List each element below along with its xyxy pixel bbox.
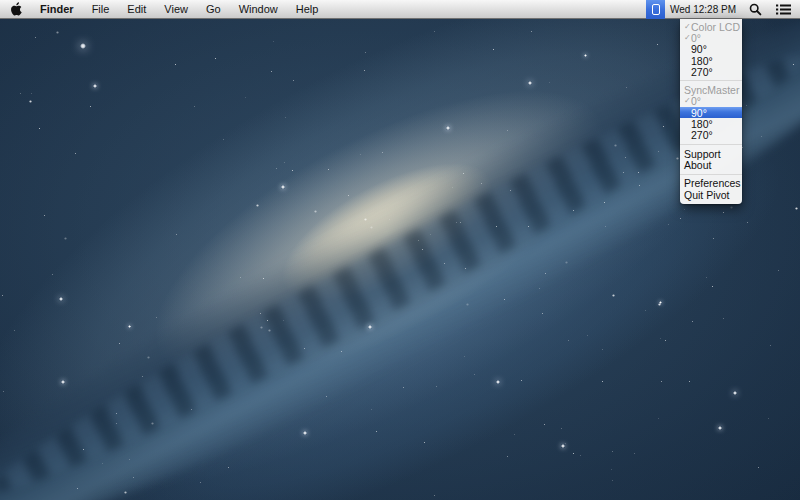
bright-star: [128, 325, 131, 328]
check-icon: ✓: [684, 34, 691, 42]
menu-go[interactable]: Go: [197, 0, 230, 18]
check-icon: ✓: [684, 23, 691, 31]
menu-item-sync-90[interactable]: 90°: [680, 107, 742, 118]
menu-item-preferences[interactable]: Preferences: [680, 178, 742, 189]
menu-item-about[interactable]: About: [680, 159, 742, 170]
notification-list-icon: [776, 3, 791, 16]
bright-star: [281, 185, 284, 188]
pivot-menu-extra[interactable]: [646, 0, 665, 19]
menu-item-sync-180[interactable]: 180°: [680, 118, 742, 129]
menu-bar: Finder File Edit View Go Window Help Wed…: [0, 0, 800, 19]
menu-item-lcd-270[interactable]: 270°: [680, 66, 742, 77]
desktop: Finder File Edit View Go Window Help Wed…: [0, 0, 800, 500]
menu-extra-clock[interactable]: Wed 12:28 PM: [665, 0, 742, 18]
menu-view[interactable]: View: [155, 0, 197, 18]
menu-app-name[interactable]: Finder: [31, 0, 83, 18]
bright-star: [528, 81, 532, 85]
menu-item-sync-270[interactable]: 270°: [680, 130, 742, 141]
notification-center-menu-extra[interactable]: [769, 0, 800, 18]
menu-separator: [680, 144, 742, 145]
menu-item-quit-pivot[interactable]: Quit Pivot: [680, 189, 742, 200]
menu-item-lcd-0: ✓ 0°: [680, 32, 742, 43]
menu-separator: [680, 80, 742, 81]
menu-window[interactable]: Window: [230, 0, 287, 18]
bright-star: [659, 301, 662, 304]
search-icon: [749, 3, 762, 16]
bright-star: [561, 444, 564, 447]
bright-star: [368, 325, 371, 328]
bright-star: [584, 54, 587, 57]
rotated-display-icon: [652, 4, 660, 15]
bright-star: [718, 426, 722, 430]
menu-help[interactable]: Help: [287, 0, 328, 18]
pivot-dropdown-menu: ✓ Color LCD ✓ 0° 90° 180° 270° SyncMaste…: [680, 19, 742, 204]
bright-star: [93, 84, 97, 88]
menu-edit[interactable]: Edit: [118, 0, 155, 18]
menu-item-lcd-180[interactable]: 180°: [680, 55, 742, 66]
menu-file[interactable]: File: [83, 0, 119, 18]
bright-star: [733, 391, 737, 395]
spotlight-menu-extra[interactable]: [742, 0, 769, 18]
bright-star: [61, 380, 65, 384]
apple-menu[interactable]: [0, 0, 31, 18]
check-icon: ✓: [684, 97, 691, 105]
menu-item-support[interactable]: Support: [680, 148, 742, 159]
bright-star: [446, 126, 449, 129]
menu-item-lcd-90[interactable]: 90°: [680, 44, 742, 55]
apple-logo-icon: [10, 2, 22, 16]
menu-header-syncmaster: SyncMaster: [680, 84, 742, 95]
bright-star: [303, 431, 306, 434]
menu-item-sync-0: ✓ 0°: [680, 96, 742, 107]
menu-separator: [680, 174, 742, 175]
menu-header-color-lcd: ✓ Color LCD: [680, 21, 742, 32]
bright-star: [80, 43, 86, 49]
